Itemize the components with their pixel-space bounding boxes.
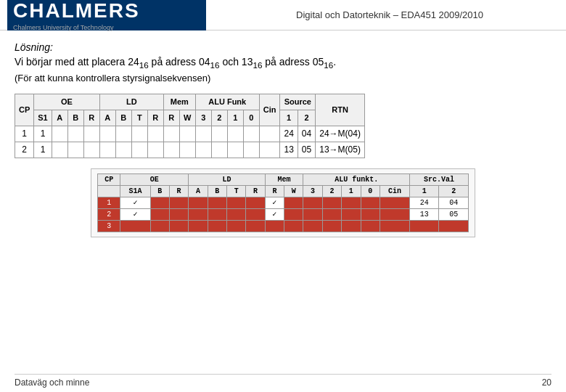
header-title: Digital och Datorteknik – EDA451 2009/20… (206, 9, 559, 20)
ss-cell-mid-0-9 (322, 197, 341, 208)
ss-sub-r: R (169, 185, 188, 197)
ss-col-srcval: Src.Val (410, 173, 469, 185)
cell-r1-c13 (211, 126, 227, 142)
solution-line3: (För att kunna kontrollera styrsignalsek… (15, 73, 551, 83)
cell-r2-c11 (179, 142, 195, 158)
ss-cell-s1a-2 (120, 220, 150, 232)
col-mem-group: Mem (163, 94, 195, 110)
ss-cell-mid-2-9 (322, 220, 341, 232)
col-ld-b: B (115, 110, 131, 126)
ss-cell-mid-1-5 (246, 208, 265, 220)
col-oe-a: A (52, 110, 67, 126)
ss-cell-mid-2-12 (380, 220, 409, 232)
cell-r1-c6 (99, 126, 115, 142)
cell-r1-c5 (83, 126, 99, 142)
cell-r2-c12 (195, 142, 211, 158)
col-ld-a: A (99, 110, 115, 126)
ss-cell-mid-1-6: ✓ (265, 208, 284, 220)
ss-row-1: 1✓✓2404 (98, 197, 469, 208)
ss-sub-s1a: S1A (120, 185, 150, 197)
cell-r2-c3 (52, 142, 67, 158)
ss-cell-mid-2-7 (284, 220, 303, 232)
cell-r2-c19: 13→M(05) (316, 142, 365, 158)
ss-cell-s1a-0: ✓ (120, 197, 150, 208)
ss-sub-sv2: 2 (439, 185, 469, 197)
cell-r2-c14 (227, 142, 243, 158)
ss-cell-mid-2-2 (189, 220, 208, 232)
col-ld-t: T (131, 110, 147, 126)
ss-cell-mid-1-11 (361, 208, 380, 220)
ss-cell-src1-2 (410, 220, 439, 232)
ss-sub-lt: T (226, 185, 245, 197)
col-alu-group: ALU Funk (195, 94, 259, 110)
col-oe-s1: S1 (34, 110, 52, 126)
ss-cell-mid-0-0 (150, 197, 169, 208)
ss-sub-br: B (150, 185, 169, 197)
table-row-2: 21130513→M(05) (15, 142, 365, 158)
ss-row-3: 3 (98, 220, 469, 232)
footer: Dataväg och minne 20 (15, 374, 551, 388)
cell-r1-c9 (147, 126, 163, 142)
cell-r2-c18: 05 (298, 142, 315, 158)
ss-cell-src2-0: 04 (439, 197, 469, 208)
ss-cell-mid-2-10 (342, 220, 361, 232)
ss-col-oe: OE (120, 173, 189, 185)
cell-r1-c19: 24→M(04) (316, 126, 365, 142)
ss-cell-mid-1-4 (226, 208, 245, 220)
ss-sub-lr: R (246, 185, 265, 197)
ss-cell-mid-0-6: ✓ (265, 197, 284, 208)
ss-sub-mr: R (265, 185, 284, 197)
ss-cell-mid-0-10 (342, 197, 361, 208)
col-source-group: Source (280, 94, 316, 110)
cell-r2-c8 (131, 142, 147, 158)
cell-r2-c4 (67, 142, 83, 158)
ss-sub-lb: B (208, 185, 226, 197)
ss-cell-cp-1: 2 (98, 208, 120, 220)
ss-sub-mw: W (284, 185, 303, 197)
col-src-1: 1 (280, 110, 298, 126)
ss-sub-sv1: 1 (410, 185, 439, 197)
main-content: Lösning: Vi börjar med att placera 2416 … (0, 30, 566, 245)
ss-cell-src2-2 (439, 220, 469, 232)
ss-cell-mid-2-8 (303, 220, 322, 232)
ss-cell-mid-0-12 (380, 197, 409, 208)
col-alu-2: 2 (211, 110, 227, 126)
cell-r1-c11 (179, 126, 195, 142)
ss-cell-mid-2-1 (169, 220, 188, 232)
logo-area: CHALMERS Chalmers University of Technolo… (7, 0, 206, 30)
ss-cell-mid-2-0 (150, 220, 169, 232)
logo-sub: Chalmers University of Technology (13, 24, 140, 31)
cell-r1-c15 (243, 126, 259, 142)
ss-table-body: 1✓✓24042✓✓13053 (98, 197, 469, 232)
ss-sub-a3: 3 (303, 185, 322, 197)
col-rtn: RTN (316, 94, 365, 126)
cell-r1-c18: 04 (298, 126, 315, 142)
ss-cell-mid-0-5 (246, 197, 265, 208)
ss-cell-src1-0: 24 (410, 197, 439, 208)
ss-sub-cp (98, 185, 120, 197)
ss-cell-mid-1-3 (208, 208, 226, 220)
cell-r1-c1: 1 (15, 126, 34, 142)
cell-r2-c16 (259, 142, 280, 158)
footer-left: Dataväg och minne (15, 377, 89, 388)
col-ld-r: R (147, 110, 163, 126)
cell-r2-c17: 13 (280, 142, 298, 158)
ss-cell-mid-1-0 (150, 208, 169, 220)
ss-cell-src1-1: 13 (410, 208, 439, 220)
col-alu-1: 1 (227, 110, 243, 126)
ss-cell-mid-0-1 (169, 197, 188, 208)
solution-italic: Lösning: (15, 41, 53, 53)
ss-sub-cin: Cin (380, 185, 409, 197)
cell-r1-c12 (195, 126, 211, 142)
cell-r1-c2: 1 (34, 126, 52, 142)
screenshot-area: CP OE LD Mem ALU funkt. Src.Val S1A B R … (91, 168, 475, 237)
col-cp: CP (15, 94, 34, 126)
col-oe-b: B (67, 110, 83, 126)
solution-line2: Vi börjar med att placera 2416 på adress… (15, 56, 551, 70)
ss-cell-mid-2-3 (208, 220, 226, 232)
cell-r1-c14 (227, 126, 243, 142)
cell-r2-c13 (211, 142, 227, 158)
col-cin: Cin (259, 94, 280, 126)
solution-line1: Lösning: (15, 41, 551, 53)
cell-r1-c10 (163, 126, 179, 142)
